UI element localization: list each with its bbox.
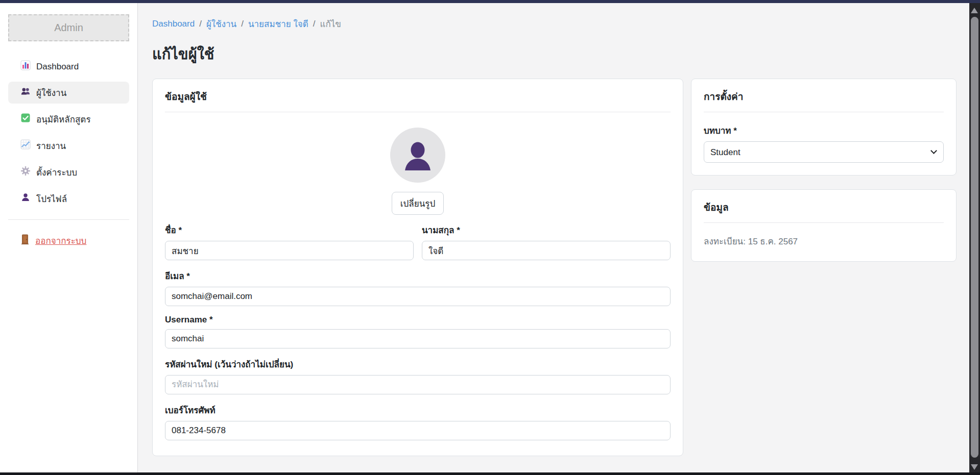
sidebar-item-users[interactable]: ผู้ใช้งาน <box>8 82 129 104</box>
phone-label: เบอร์โทรศัพท์ <box>165 403 671 417</box>
window-bottom-strip <box>0 472 980 475</box>
sidebar-item-label: ตั้งค่าระบบ <box>36 165 77 179</box>
scroll-up-arrow-icon[interactable] <box>971 8 978 13</box>
email-field[interactable] <box>165 287 671 306</box>
last-name-field[interactable] <box>422 241 671 260</box>
sidebar-item-dashboard[interactable]: Dashboard <box>8 56 129 77</box>
username-field[interactable] <box>165 329 671 348</box>
user-avatar <box>390 128 445 185</box>
admin-logo-text: Admin <box>54 22 83 34</box>
sidebar-item-label: รายงาน <box>36 139 66 153</box>
sidebar-item-label: Dashboard <box>36 62 79 72</box>
user-info-card-header: ข้อมูลผู้ใช้ <box>165 79 671 112</box>
sidebar-item-profile[interactable]: โปรไฟล์ <box>8 188 129 210</box>
change-photo-button[interactable]: เปลี่ยนรูป <box>392 192 444 215</box>
main-content: Dashboard / ผู้ใช้งาน / นายสมชาย ใจดี / … <box>138 3 969 472</box>
logout-label: ออกจากระบบ <box>35 234 86 247</box>
scrollbar-thumb[interactable] <box>971 17 978 458</box>
sidebar-divider <box>8 219 129 220</box>
role-select[interactable]: Student <box>704 141 944 163</box>
app-frame: Admin Dashboard <box>0 3 980 472</box>
sidebar-item-label: ผู้ใช้งาน <box>36 86 66 99</box>
sidebar-item-approve-courses[interactable]: อนุมัติหลักสูตร <box>8 108 129 130</box>
new-password-label: รหัสผ่านใหม่ (เว้นว่างถ้าไม่เปลี่ยน) <box>165 357 671 371</box>
users-icon <box>20 86 31 99</box>
breadcrumb-link-users[interactable]: ผู้ใช้งาน <box>206 17 236 31</box>
vertical-scrollbar[interactable] <box>969 3 980 472</box>
person-icon <box>20 192 31 205</box>
sidebar-item-system-settings[interactable]: ตั้งค่าระบบ <box>8 161 129 183</box>
page-title: แก้ไขผู้ใช้ <box>152 42 957 66</box>
breadcrumb-link-dashboard[interactable]: Dashboard <box>152 19 195 29</box>
settings-card: การตั้งค่า บทบาท * Student <box>691 79 957 176</box>
scroll-down-arrow-icon[interactable] <box>971 464 978 470</box>
last-name-label: นามสกุล * <box>422 223 671 237</box>
breadcrumb-current: แก้ไข <box>320 17 341 31</box>
breadcrumb: Dashboard / ผู้ใช้งาน / นายสมชาย ใจดี / … <box>152 17 957 31</box>
username-label: Username * <box>165 315 671 325</box>
right-column: การตั้งค่า บทบาท * Student ข้อมูล <box>691 79 957 262</box>
first-name-label: ชื่อ * <box>165 223 414 237</box>
sidebar-nav: Dashboard ผู้ใช้งาน <box>0 56 137 210</box>
breadcrumb-link-user-name[interactable]: นายสมชาย ใจดี <box>248 17 308 31</box>
door-icon <box>20 234 30 247</box>
sidebar-item-label: อนุมัติหลักสูตร <box>36 112 91 126</box>
sidebar-item-label: โปรไฟล์ <box>36 192 67 206</box>
role-label: บทบาท * <box>704 123 944 137</box>
check-icon <box>20 113 31 126</box>
gear-icon <box>20 166 31 179</box>
bar-chart-icon <box>20 60 31 73</box>
window-top-strip <box>0 0 980 3</box>
breadcrumb-separator: / <box>199 19 202 29</box>
breadcrumb-separator: / <box>313 19 316 29</box>
first-name-field[interactable] <box>165 241 414 260</box>
email-label: อีเมล * <box>165 269 671 283</box>
info-card-header: ข้อมูล <box>704 190 944 223</box>
settings-card-header: การตั้งค่า <box>704 79 944 112</box>
breadcrumb-separator: / <box>241 19 244 29</box>
sidebar: Admin Dashboard <box>0 3 138 472</box>
info-card: ข้อมูล ลงทะเบียน: 15 ธ.ค. 2567 <box>691 189 957 262</box>
registered-date-text: ลงทะเบียน: 15 ธ.ค. 2567 <box>704 237 798 246</box>
admin-logo-placeholder: Admin <box>8 14 129 41</box>
phone-field[interactable] <box>165 421 671 440</box>
new-password-field[interactable] <box>165 375 671 394</box>
chart-line-icon <box>20 139 31 152</box>
user-info-card: ข้อมูลผู้ใช้ เปลี่ยนรูป <box>152 79 683 456</box>
sidebar-item-logout[interactable]: ออกจากระบบ <box>8 230 129 252</box>
sidebar-item-reports[interactable]: รายงาน <box>8 135 129 157</box>
